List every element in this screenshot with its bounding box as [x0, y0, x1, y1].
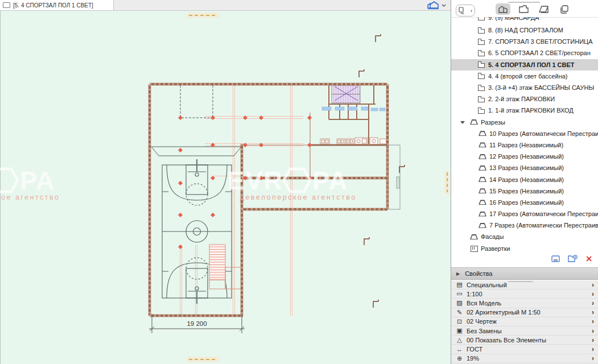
model-view-option[interactable]: ⊡02 Чертеж›: [451, 317, 598, 326]
story-icon: [477, 73, 485, 79]
worksheets-icon: [470, 245, 478, 251]
sections-group-row[interactable]: Разрезы: [451, 117, 598, 128]
zoom-icon: ⊕: [455, 355, 464, 362]
section-row[interactable]: 12 Разрез (Независимый): [451, 151, 598, 162]
story-row[interactable]: 8. (8) НАД СПОРТЗАЛОМ: [451, 24, 598, 36]
renovation-option[interactable]: △00 Показать Все Элементы›: [451, 336, 598, 345]
tab-bar: [5. 4 СПОРТЗАЛ ПОЛ 1 СВЕТ]: [0, 0, 451, 11]
viewpoint-settings-icon[interactable]: [551, 255, 560, 263]
tab-layout-book[interactable]: [537, 3, 551, 15]
chevron-right-icon: ›: [592, 300, 594, 306]
section-icon: [479, 165, 486, 171]
tab-publisher[interactable]: [557, 3, 572, 15]
section-icon: [479, 211, 486, 217]
layers-icon: ▤: [455, 281, 464, 288]
section-row[interactable]: 16 Разрез (Независимый): [451, 197, 598, 208]
zoom-option[interactable]: ⊕19%›: [451, 354, 598, 363]
story-row[interactable]: 1. 1-й этаж ПАРКОВКИ ВХОД: [451, 105, 598, 116]
scale-option[interactable]: ▭1:100›: [451, 289, 598, 299]
section-icon: [479, 154, 486, 160]
navigator-tree: 9. (9) МАНСАРДА 8. (8) НАД СПОРТЗАЛОМ 7.…: [451, 17, 598, 254]
story-icon: [477, 50, 485, 56]
section-row[interactable]: 15 Разрез (Независимый): [451, 185, 598, 197]
publisher-icon: [560, 5, 569, 14]
layout-book-icon: [539, 5, 549, 13]
floor-plan-canvas[interactable]: 19 200 EVR PA девелоперское агентство РА…: [0, 0, 451, 364]
options-drag-handle[interactable]: [508, 281, 533, 282]
upper-staircase: [332, 85, 360, 103]
project-map-icon: [498, 5, 508, 14]
pen-set-option[interactable]: ✎02 Архитектурный М 1:50›: [451, 308, 598, 317]
quick-options-bar: ▤Специальный› ▭1:100› ▨Вся Модель› ✎02 А…: [451, 280, 598, 364]
structure-icon: ▨: [455, 299, 464, 307]
project-chooser-icon: [459, 7, 465, 14]
chevron-right-icon: ›: [592, 282, 594, 288]
story-row[interactable]: 4. 4 (второй свет бассейна): [451, 71, 598, 82]
story-row[interactable]: 7. СПОРТЗАЛ 3 СВЕТ/ГОСТИНИЦА: [451, 36, 598, 47]
renovation-icon: △: [455, 336, 464, 344]
close-icon[interactable]: ✕: [585, 255, 592, 263]
story-icon: [477, 61, 485, 68]
active-document-tab[interactable]: [5. 4 СПОРТЗАЛ ПОЛ 1 СВЕТ]: [0, 0, 114, 10]
section-row[interactable]: 17 Разрез (Автоматически Перестраиваемый…: [451, 208, 598, 220]
story-icon: [477, 85, 485, 91]
section-icon: [479, 222, 486, 229]
story-icon: [477, 17, 485, 20]
section-icon: [479, 130, 486, 136]
project-chooser-button[interactable]: ›: [456, 5, 475, 16]
story-row[interactable]: 6. 5 СПОРТЗААЛ 2 СВЕТ/ресторан: [451, 47, 598, 59]
new-viewpoint-icon[interactable]: [568, 255, 578, 263]
svg-text:PA: PA: [312, 166, 348, 195]
story-row[interactable]: 2. 2-й этаж ПАРКОВКИ: [451, 93, 598, 105]
chooser-chevron-icon: ›: [471, 8, 472, 14]
section-row[interactable]: 13 Разрез (Независимый): [451, 162, 598, 173]
section-icon: [479, 188, 486, 194]
panel-drag-handle[interactable]: [508, 2, 540, 3]
properties-header[interactable]: ▶ Свойства: [451, 267, 598, 280]
collapsed-arrow-icon: ▶: [456, 271, 460, 276]
override-option[interactable]: ▣Без Замены›: [451, 326, 598, 336]
section-row[interactable]: 7 Разрез (Автоматически Перестраиваемый): [451, 220, 598, 231]
chevron-right-icon: ›: [592, 291, 594, 297]
story-row[interactable]: 9. (9) МАНСАРДА: [451, 17, 598, 24]
story-icon: [477, 107, 485, 114]
story-icon: [477, 96, 485, 102]
facades-group-row[interactable]: Фасады: [451, 231, 598, 242]
dimension-style-icon: ↔: [455, 346, 464, 353]
svg-text:РА: РА: [20, 166, 56, 195]
model-view-icon: ⊡: [455, 318, 464, 325]
properties-header-label: Свойства: [465, 270, 492, 277]
chevron-down-icon[interactable]: [460, 121, 465, 124]
section-row[interactable]: 14 Разрез (Независимый): [451, 173, 598, 185]
navigator-panel: ›: [451, 0, 598, 364]
chevron-right-icon: ›: [592, 337, 594, 343]
story-row-selected[interactable]: 5. 4 СПОРТЗАЛ ПОЛ 1 СВЕТ: [451, 59, 598, 71]
pen-set-icon: ✎: [455, 309, 464, 316]
chevron-right-icon: ›: [592, 355, 594, 361]
tab-project-map[interactable]: [496, 3, 510, 15]
navigator-tabs: [496, 3, 572, 15]
scale-icon: ▭: [455, 290, 464, 297]
story-icon: [477, 39, 485, 45]
watermark-subtitle: девелоперское агентство: [240, 193, 356, 201]
viewpoint-actions: ✕: [551, 255, 592, 263]
svg-text:ое агентство: ое агентство: [1, 193, 60, 201]
section-icon: [479, 176, 486, 183]
navigator-header: ›: [451, 0, 598, 18]
view-map-icon: [519, 5, 529, 13]
section-icon: [479, 199, 486, 205]
override-icon: ▣: [455, 327, 464, 334]
tab-view-map[interactable]: [516, 3, 531, 15]
worksheets-group-row[interactable]: Развертки: [451, 243, 598, 254]
section-row[interactable]: 11 Разрез (Независимый): [451, 139, 598, 151]
story-icon: [477, 27, 485, 34]
chevron-right-icon: ›: [592, 309, 594, 315]
facades-folder-icon: [470, 234, 478, 240]
section-row[interactable]: 10 Разрез (Автоматически Перестраиваемый…: [451, 128, 598, 139]
sections-folder-icon: [470, 119, 478, 125]
tab-overflow-button[interactable]: [427, 1, 449, 10]
dimension-style-option[interactable]: ↔ГОСТ›: [451, 345, 598, 354]
story-row[interactable]: 3. (3-й +4) этаж БАССЕЙНЫ САУНЫ: [451, 82, 598, 93]
structure-display-option[interactable]: ▨Вся Модель›: [451, 299, 598, 308]
section-icon: [479, 142, 486, 148]
